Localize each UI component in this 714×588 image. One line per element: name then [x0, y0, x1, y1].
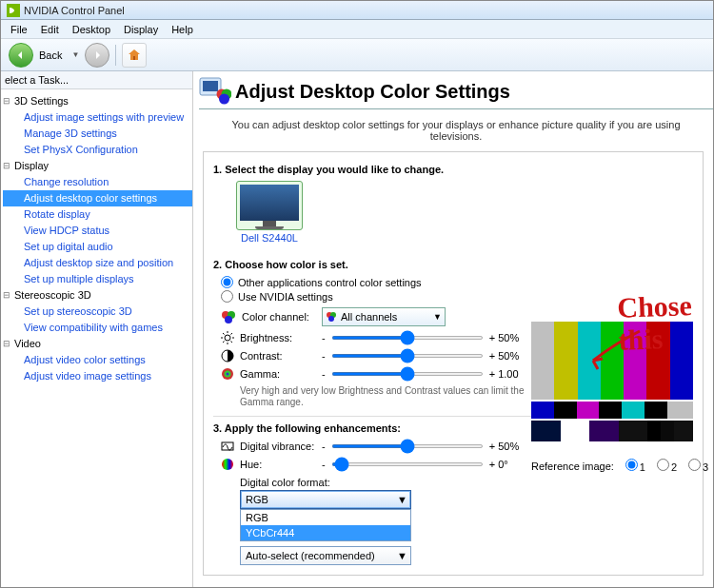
- tree-item-rotate-display[interactable]: Rotate display: [3, 206, 192, 223]
- reference-image-panel: Reference image: 1 2 3: [531, 322, 693, 473]
- tree-item-physx[interactable]: Set PhysX Configuration: [3, 142, 192, 158]
- brightness-label: Brightness:: [240, 332, 292, 343]
- contrast-value: + 50%: [489, 350, 533, 362]
- dcf-option-rgb[interactable]: RGB: [241, 510, 410, 525]
- menu-display[interactable]: Display: [118, 22, 164, 37]
- tree-item-hdcp-status[interactable]: View HDCP status: [3, 223, 192, 239]
- gamma-slider[interactable]: [331, 372, 484, 376]
- back-button[interactable]: [9, 43, 33, 68]
- sidebar: elect a Task... 3D Settings Adjust image…: [1, 71, 193, 588]
- tree-group-3d-settings[interactable]: 3D Settings: [3, 93, 192, 109]
- svg-line-19: [231, 342, 233, 343]
- contrast-label: Contrast:: [240, 350, 283, 362]
- brightness-slider[interactable]: [331, 336, 484, 340]
- display-thumbnail[interactable]: Dell S2440L: [227, 181, 312, 244]
- back-dropdown-icon[interactable]: ▼: [71, 50, 79, 59]
- dcf-label: Digital color format:: [240, 477, 693, 488]
- chevron-down-icon: ▼: [433, 312, 442, 322]
- brightness-value: + 50%: [489, 332, 533, 343]
- tree-item-video-image[interactable]: Adjust video image settings: [3, 368, 192, 384]
- vibrance-label: Digital vibrance:: [240, 441, 314, 452]
- home-button[interactable]: [122, 43, 147, 68]
- menu-edit[interactable]: Edit: [35, 22, 65, 37]
- digital-color-format-dropdown[interactable]: RGB ▼: [240, 490, 411, 509]
- svg-line-21: [231, 333, 233, 335]
- vibrance-icon: [221, 440, 234, 453]
- home-icon: [127, 48, 142, 63]
- rgb-icon: [221, 309, 236, 324]
- hue-label: Hue:: [240, 459, 262, 470]
- tree-item-adjust-image-preview[interactable]: Adjust image settings with preview: [3, 109, 192, 126]
- vibrance-value: + 50%: [489, 441, 533, 452]
- svg-point-27: [222, 459, 233, 470]
- gamma-label: Gamma:: [240, 368, 280, 380]
- svg-line-18: [223, 333, 225, 335]
- menu-bar: File Edit Desktop Display Help: [1, 20, 713, 39]
- pluge-bars: [531, 421, 693, 441]
- svg-rect-1: [133, 56, 135, 60]
- tree-item-desktop-size[interactable]: Adjust desktop size and position: [3, 255, 192, 271]
- back-label: Back: [39, 49, 62, 61]
- monitor-name: Dell S2440L: [227, 232, 312, 244]
- menu-help[interactable]: Help: [166, 22, 199, 37]
- tree-item-game-compat[interactable]: View compatibility with games: [3, 320, 192, 336]
- window-titlebar: NVIDIA Control Panel: [1, 1, 713, 20]
- content: Adjust Desktop Color Settings You can ad…: [193, 71, 713, 588]
- color-bars: [531, 322, 693, 400]
- radio-other-label: Other applications control color setting…: [238, 277, 422, 288]
- tree-item-setup-stereo[interactable]: Set up stereoscopic 3D: [3, 304, 192, 320]
- chevron-down-icon: ▼: [397, 494, 407, 505]
- toolbar: Back ▼: [1, 39, 713, 71]
- arrow-right-icon: [91, 49, 103, 61]
- vibrance-slider[interactable]: [331, 444, 484, 448]
- tree-item-multiple-displays[interactable]: Set up multiple displays: [3, 271, 192, 287]
- section2-title: 2. Choose how color is set.: [213, 259, 693, 270]
- task-label: elect a Task...: [1, 71, 192, 89]
- svg-point-13: [225, 335, 230, 341]
- window-title: NVIDIA Control Panel: [24, 5, 125, 16]
- toolbar-separator: [115, 45, 116, 66]
- nvidia-logo-icon: [7, 4, 20, 17]
- svg-line-20: [223, 342, 225, 343]
- settings-panel: 1. Select the display you would like to …: [203, 151, 704, 576]
- menu-file[interactable]: File: [5, 22, 33, 37]
- dcf-options-list: RGB YCbCr444: [240, 509, 411, 541]
- content-type-dropdown[interactable]: Auto-select (recommended) ▼: [240, 546, 411, 565]
- tree: 3D Settings Adjust image settings with p…: [1, 89, 192, 384]
- dcf-option-ycbcr444[interactable]: YCbCr444: [241, 525, 410, 540]
- tree-group-display[interactable]: Display: [3, 158, 192, 174]
- tree-item-manage-3d[interactable]: Manage 3D settings: [3, 126, 192, 142]
- radio-other-apps[interactable]: [221, 276, 233, 288]
- tree-item-video-color[interactable]: Adjust video color settings: [3, 352, 192, 368]
- ref-radio-3[interactable]: 3: [684, 459, 708, 473]
- radio-nvidia[interactable]: [221, 290, 233, 303]
- page-title: Adjust Desktop Color Settings: [235, 81, 510, 103]
- hue-icon: [221, 458, 234, 471]
- hue-slider[interactable]: [331, 462, 484, 466]
- hue-value: + 0°: [489, 459, 533, 470]
- tree-item-digital-audio[interactable]: Set up digital audio: [3, 239, 192, 255]
- ref-radio-1[interactable]: 1: [622, 459, 645, 473]
- rgb-small-icon: [326, 311, 337, 323]
- tree-item-adjust-desktop-color[interactable]: Adjust desktop color settings: [3, 190, 192, 206]
- tree-group-video[interactable]: Video: [3, 336, 192, 352]
- contrast-icon: [221, 349, 234, 363]
- contrast-slider[interactable]: [331, 354, 484, 358]
- radio-nvidia-label: Use NVIDIA settings: [238, 291, 333, 303]
- arrow-left-icon: [15, 49, 27, 61]
- intro-text: You can adjust desktop color settings fo…: [199, 109, 713, 142]
- menu-desktop[interactable]: Desktop: [67, 22, 116, 37]
- svg-point-9: [225, 316, 232, 323]
- color-bars-small: [531, 402, 693, 419]
- svg-point-12: [328, 316, 334, 322]
- tree-item-change-resolution[interactable]: Change resolution: [3, 174, 192, 190]
- svg-rect-3: [203, 81, 218, 91]
- section1-title: 1. Select the display you would like to …: [213, 164, 693, 175]
- display-color-icon: [199, 77, 231, 106]
- color-channel-dropdown[interactable]: All channels ▼: [322, 307, 446, 326]
- gamma-icon: [221, 367, 234, 381]
- forward-button[interactable]: [85, 43, 109, 68]
- tree-group-stereo-3d[interactable]: Stereoscopic 3D: [3, 287, 192, 304]
- ref-radio-2[interactable]: 2: [653, 459, 677, 473]
- gamma-value: + 1.00: [489, 368, 533, 380]
